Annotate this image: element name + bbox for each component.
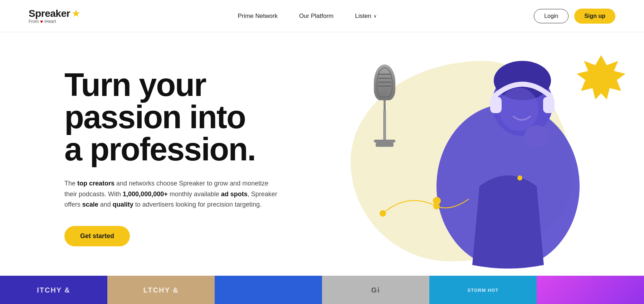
person-svg [422,50,594,272]
svg-rect-5 [490,97,502,113]
nav-listen-label: Listen [355,13,371,20]
desc-part6: to advertisers looking for precision tar… [133,201,262,208]
header-actions: Login Sign up [534,9,615,24]
hero-illustration [322,43,644,276]
desc-bold1: top creators [77,180,114,187]
thumbnail-2-label: LTCHY & [143,286,179,294]
desc-part5: and [98,201,113,208]
mic-body [383,111,386,140]
svg-point-8 [380,210,386,217]
hero-description: The top creators and networks choose Spr… [64,178,279,210]
decorative-wave [379,188,472,222]
site-header: Spreaker ★ From ♥ iHeart Prime Network O… [0,0,644,32]
logo-star-icon: ★ [72,8,80,19]
desc-bold4: scale [82,201,98,208]
thumbnail-2[interactable]: LTCHY & [107,276,215,304]
iheart-heart-icon: ♥ [40,19,43,24]
logo-from-text: From [29,19,39,24]
svg-point-4 [499,88,538,131]
thumbnail-1[interactable]: ITCHY & [0,276,107,304]
thumbnail-6[interactable] [537,276,644,304]
podcast-thumbnails-strip: ITCHY & LTCHY & Gi STORM HOT [0,276,644,304]
hero-headline: Turn your passion into a profession. [64,69,279,165]
mic-head [374,64,395,100]
thumbnail-5[interactable]: STORM HOT [429,276,537,304]
nav-our-platform[interactable]: Our Platform [299,13,333,20]
hero-section: Turn your passion into a profession. The… [0,32,644,276]
signup-button[interactable]: Sign up [574,9,615,24]
hero-headline-line2: passion into [64,99,245,135]
thumbnail-4[interactable]: Gi [322,276,429,304]
main-nav: Prime Network Our Platform Listen ∨ [238,13,376,20]
thumbnail-5-label: STORM HOT [468,288,499,293]
mic-line-3 [378,82,391,83]
hero-text-area: Turn your passion into a profession. The… [64,69,279,246]
mic-stand-base [376,143,394,147]
logo-subtitle: From ♥ iHeart [29,19,56,24]
hero-headline-line3: a profession. [64,131,255,167]
get-started-button[interactable]: Get started [64,226,130,246]
hero-headline-line1: Turn your [64,67,206,103]
decorative-dot-2 [517,175,522,180]
mic-line-2 [378,78,391,79]
desc-bold3: ad spots [221,190,248,198]
svg-point-7 [524,125,549,147]
microphone-icon [369,64,401,165]
thumbnail-1-label: ITCHY & [37,286,70,294]
desc-bold2: 1,000,000,000+ [123,190,168,198]
mic-line-1 [378,74,391,75]
logo[interactable]: Spreaker ★ From ♥ iHeart [29,8,80,24]
desc-bold5: quality [113,201,133,208]
mic-stand [374,140,395,143]
thumbnail-4-label: Gi [371,286,380,294]
mic-grille [378,71,391,90]
desc-part3: monthly available [168,190,221,198]
logo-name: Spreaker [29,8,70,19]
mic-connector [384,100,386,111]
nav-listen[interactable]: Listen ∨ [355,13,376,20]
logo-brand-text: iHeart [44,19,56,24]
chevron-down-icon: ∨ [374,14,377,19]
desc-part1: The [64,180,77,187]
svg-rect-6 [543,97,555,113]
svg-marker-0 [577,55,625,100]
login-button[interactable]: Login [534,9,569,23]
nav-prime-network[interactable]: Prime Network [238,13,277,20]
thumbnail-3[interactable] [215,276,322,304]
star-burst-decoration [572,54,630,111]
mic-line-4 [378,86,391,87]
star-burst-svg [572,54,630,111]
decorative-dot-1 [433,197,441,205]
wave-svg [379,188,472,221]
